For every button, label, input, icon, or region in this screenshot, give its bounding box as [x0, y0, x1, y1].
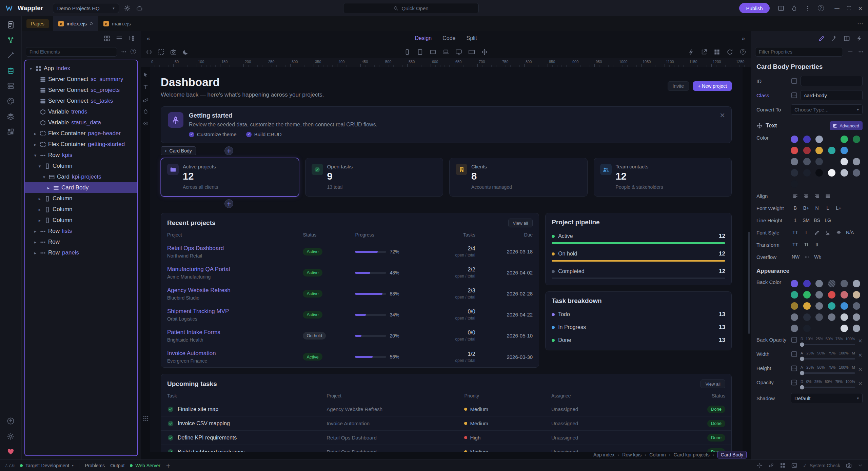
color-swatch[interactable] [815, 147, 823, 154]
project-row[interactable]: Patient Intake FormsBrightside HealthOn … [161, 325, 539, 346]
tick-d[interactable]: D [801, 337, 803, 341]
color-swatch[interactable] [803, 136, 811, 143]
components-icon[interactable] [7, 128, 15, 136]
color-swatch[interactable] [853, 280, 860, 287]
color-swatch[interactable] [815, 291, 823, 299]
color-swatch[interactable] [853, 325, 860, 332]
list-view-icon[interactable] [116, 35, 122, 42]
font-weight-b[interactable]: B [791, 204, 800, 212]
problems-button[interactable]: Problems [85, 463, 105, 468]
magic-wand-icon[interactable] [831, 35, 837, 42]
apps-grid-icon[interactable] [143, 415, 149, 422]
collapse-all-icon[interactable] [847, 49, 853, 55]
color-swatch[interactable] [815, 169, 823, 177]
opacity-slider[interactable] [801, 387, 855, 388]
tick-10[interactable]: 10% [806, 337, 813, 341]
tree-item-card-body-11[interactable]: ▸Card Body [25, 182, 137, 193]
tick-a[interactable]: A [801, 365, 803, 369]
dark-mode-icon[interactable] [182, 49, 189, 55]
tree-caret-icon[interactable]: ▸ [37, 196, 42, 201]
color-swatch[interactable] [841, 313, 848, 321]
tablet-icon[interactable] [417, 49, 423, 55]
color-swatch[interactable] [803, 147, 811, 154]
tree-item-row-panels[interactable]: ▸Rowpanels [25, 247, 137, 258]
color-swatch[interactable] [815, 313, 823, 321]
color-swatch[interactable] [791, 136, 798, 143]
tick-75[interactable]: 75% [835, 380, 843, 384]
banner-check-customize-theme[interactable]: ✓Customize theme [189, 131, 237, 137]
canvas-scrollbar[interactable] [748, 232, 750, 334]
grid-icon[interactable] [780, 463, 786, 468]
color-swatch[interactable] [841, 280, 848, 287]
underline-icon[interactable] [823, 228, 832, 237]
project-link[interactable]: Shipment Tracking MVP [167, 308, 303, 315]
find-elements-input[interactable] [26, 47, 117, 57]
color-swatch[interactable] [853, 169, 860, 177]
color-swatch[interactable] [841, 147, 848, 154]
tree-caret-icon[interactable]: ▸ [33, 131, 38, 136]
system-check-button[interactable]: ✓ System Check [803, 463, 840, 468]
tree-item-flex-container-page-header[interactable]: ▸Flex Containerpage-header [25, 128, 137, 139]
font-weight-n[interactable]: N [812, 204, 822, 212]
tick-75[interactable]: 75% [828, 351, 835, 355]
tick-100[interactable]: 100% [839, 365, 848, 369]
close-icon[interactable]: × [719, 111, 725, 119]
project-row[interactable]: Manufacturing QA PortalAcme Manufacturin… [161, 262, 539, 283]
tree-caret-icon[interactable]: ▾ [33, 153, 38, 158]
color-swatch[interactable] [791, 147, 798, 154]
color-swatch[interactable] [841, 136, 848, 143]
screenshot-icon[interactable] [846, 463, 852, 468]
pages-button[interactable]: Pages [26, 19, 49, 28]
help-icon[interactable]: ? [817, 4, 825, 12]
tree-caret-icon[interactable]: ▸ [37, 218, 42, 223]
tree-item-row-lists[interactable]: ▸Rowlists [25, 226, 137, 237]
color-swatch[interactable] [828, 147, 835, 154]
settings-icon[interactable] [124, 4, 131, 12]
tree-item-variable-trends[interactable]: Variabletrends [25, 106, 137, 117]
tree-item-server-connect-sc-tasks[interactable]: Server Connectsc_tasks [25, 96, 137, 106]
inline-edit-icon[interactable] [818, 35, 825, 42]
project-row[interactable]: Agency Website RefreshBluebird StudioAct… [161, 283, 539, 304]
kpi-card-team-contacts[interactable]: Team contacts12People & stakeholders [594, 158, 732, 197]
overflow-wb[interactable]: Wb [813, 253, 822, 261]
font-weight-l[interactable]: L [823, 204, 832, 212]
ellipsis-icon[interactable] [802, 253, 811, 261]
link-icon[interactable] [768, 463, 774, 468]
tick-0[interactable]: 0% [806, 380, 811, 384]
mode-split[interactable]: Split [466, 35, 477, 41]
dynamic-data-icon[interactable] [791, 78, 797, 84]
task-row[interactable]: Finalize site mapAgency Website RefreshM… [161, 402, 731, 416]
align-left-icon[interactable] [791, 192, 800, 200]
design-icon[interactable] [7, 52, 15, 59]
project-link[interactable]: Patient Intake Forms [167, 329, 303, 336]
text-tool-icon[interactable] [143, 84, 149, 90]
tick-d[interactable]: D [801, 380, 803, 384]
tick-100[interactable]: 100% [845, 380, 855, 384]
breadcrumb-item[interactable]: App index [593, 452, 614, 457]
open-browser-icon[interactable] [701, 49, 707, 55]
color-swatch[interactable] [828, 280, 835, 287]
server-connect-icon[interactable] [7, 82, 15, 90]
selected-element-tag[interactable]: ‹ Card Body [161, 146, 196, 155]
tick-25[interactable]: 25% [806, 365, 814, 369]
screenshot-icon[interactable] [170, 49, 177, 55]
strike-icon[interactable] [834, 228, 843, 237]
tree-item-column-13[interactable]: ▸Column [25, 204, 137, 215]
slider-knob[interactable] [800, 371, 804, 375]
code-view-icon[interactable] [146, 49, 152, 55]
shadow-select[interactable]: Default ▾ [791, 393, 863, 403]
tick-m[interactable]: M [852, 365, 855, 369]
color-swatch[interactable] [803, 313, 811, 321]
dynamic-data-icon[interactable] [791, 336, 797, 343]
banner-check-build-crud[interactable]: ✓Build CRUD [246, 131, 282, 137]
collapse-left-icon[interactable]: « [146, 35, 150, 42]
font-weight-b[interactable]: B+ [802, 204, 811, 212]
font-style-i[interactable]: I [802, 228, 811, 237]
color-swatch[interactable] [815, 302, 823, 310]
back-opacity-slider[interactable] [801, 344, 855, 345]
tick-25[interactable]: 25% [816, 337, 823, 341]
layers-icon[interactable] [7, 112, 15, 120]
minimize-button[interactable]: — [834, 5, 840, 12]
align-center-icon[interactable] [802, 192, 811, 200]
cursor-icon[interactable] [143, 72, 149, 78]
